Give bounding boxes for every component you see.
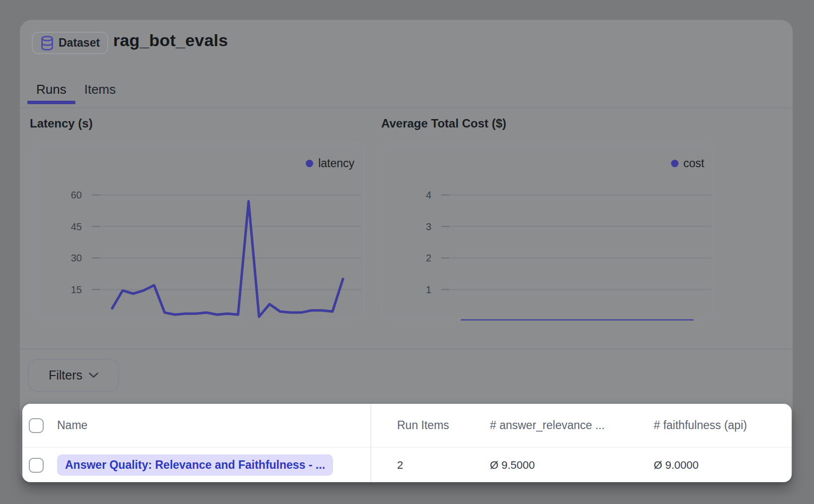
dataset-badge-label: Dataset [59,36,100,50]
svg-text:30: 30 [71,252,82,263]
svg-text:3: 3 [426,221,431,232]
row-run-items-value: 2 [370,459,468,472]
latency-legend-label: latency [318,157,354,170]
dataset-badge: Dataset [32,32,108,54]
tab-items[interactable]: Items [75,74,125,104]
column-header-run-items: Run Items [370,419,468,432]
chevron-down-icon [89,373,98,378]
latency-legend-dot-icon [306,160,313,167]
tab-bar: Runs Items [27,74,125,104]
column-header-faithfulness: # faithfulness (api) [631,419,792,432]
page-title: rag_bot_evals [113,31,228,50]
tabbar-divider [20,108,793,108]
dataset-panel: Dataset rag_bot_evals Runs Items Latency… [20,20,793,482]
row-checkbox-cell [22,458,56,473]
latency-legend: latency [306,157,354,170]
row-faithfulness-value: Ø 9.0000 [631,459,792,472]
cost-chart-plot: 1234 [382,144,714,320]
charts-divider [20,349,793,349]
row-answer-relevance-value: Ø 9.5000 [468,459,631,472]
latency-chart-plot: 15304560 [32,144,364,320]
cost-chart-title: Average Total Cost ($) [381,117,506,130]
cost-legend-dot-icon [671,160,678,167]
cost-chart-card: 1234 cost [381,143,714,320]
column-header-name: Name [56,419,370,432]
svg-text:4: 4 [426,189,431,200]
row-checkbox[interactable] [29,458,44,473]
tab-runs[interactable]: Runs [27,74,75,104]
latency-chart-title: Latency (s) [30,117,93,130]
filters-button[interactable]: Filters [28,359,119,392]
svg-text:45: 45 [71,221,82,232]
select-all-checkbox[interactable] [29,418,44,433]
header-checkbox-cell [22,418,56,433]
cost-legend-label: cost [683,157,704,170]
svg-text:2: 2 [426,252,431,263]
run-name-link[interactable]: Answer Quality: Relevance and Faithfulne… [57,454,333,476]
column-header-answer-relevance: # answer_relevance ... [468,419,631,432]
filters-button-label: Filters [49,368,82,382]
row-name-cell: Answer Quality: Relevance and Faithfulne… [56,454,370,476]
svg-text:60: 60 [71,189,82,200]
table-row[interactable]: Answer Quality: Relevance and Faithfulne… [22,448,792,482]
page-background: { "header": { "badge_label": "Dataset", … [0,0,814,504]
cost-legend: cost [671,157,704,170]
runs-table: Name Run Items # answer_relevance ... # … [22,404,792,482]
svg-text:15: 15 [71,284,82,295]
database-icon [40,36,54,51]
table-header-row: Name Run Items # answer_relevance ... # … [22,404,792,447]
latency-chart-card: 15304560 latency [32,143,364,320]
svg-text:1: 1 [426,284,431,295]
